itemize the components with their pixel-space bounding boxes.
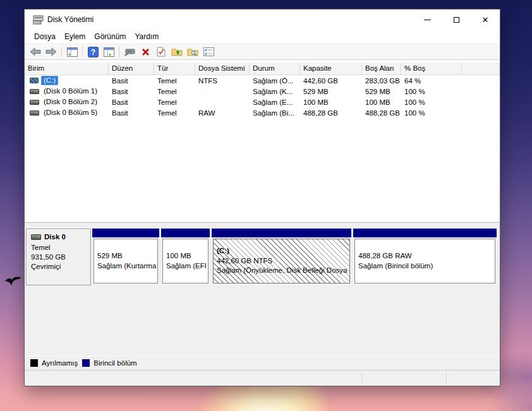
volume-bolum1-label[interactable]: (Disk 0 Bölüm 1) <box>42 87 99 95</box>
volume-bolum2-label[interactable]: (Disk 0 Bölüm 2) <box>42 98 99 106</box>
mark-partition-icon[interactable] <box>154 45 168 59</box>
partition-type-bar <box>92 229 159 237</box>
back-icon[interactable] <box>28 45 42 59</box>
help-icon[interactable]: ? <box>86 45 100 59</box>
volume-list: Birim Düzen Tür Dosya Sistemi Durum Kapa… <box>25 60 500 222</box>
column-header-filler <box>462 63 500 74</box>
disk-management-app-icon <box>33 15 44 25</box>
cell-kapasite: 442,60 GB <box>300 77 362 85</box>
cell-yuzde-bos: 100 % <box>401 109 462 117</box>
partition-type-bar <box>212 229 351 237</box>
cell-tur: Temel <box>154 77 195 85</box>
unallocated-label: Ayrılmamış <box>42 359 78 367</box>
cell-durum: Sağlam (E... <box>250 98 300 106</box>
desktop-background: Disk Yönetimi ✕ Dosya Eylem Görünüm Yard… <box>0 0 532 411</box>
cell-yuzde-bos: 100 % <box>401 88 462 95</box>
maximize-button[interactable] <box>442 9 471 30</box>
partition-size: 442,60 GB NTFS <box>217 256 346 266</box>
disk0-type: Temel <box>31 243 86 253</box>
status-bar-separator <box>362 373 363 383</box>
partition-type-bar <box>161 229 210 237</box>
delete-volume-icon[interactable] <box>138 45 152 59</box>
disk0-row: Disk 0 Temel 931,50 GB Çevrimiçi 529 MB … <box>26 229 497 285</box>
volume-c-icon <box>30 78 39 83</box>
rescan-disks-icon[interactable] <box>123 45 136 59</box>
close-icon: ✕ <box>482 16 489 24</box>
partition-label: (C:) <box>217 246 346 256</box>
legend-bar: Ayrılmamış Birincil bölüm <box>25 355 500 371</box>
partition-icon <box>30 110 39 116</box>
disk0-size: 931,50 GB <box>31 253 86 262</box>
cell-tur: Temel <box>154 88 195 95</box>
window-title: Disk Yönetimi <box>47 15 94 24</box>
toolbar-separator <box>119 46 119 57</box>
volume-row-bolum2[interactable]: (Disk 0 Bölüm 2) Basit Temel Sağlam (E..… <box>25 97 500 107</box>
primary-partition-swatch <box>82 359 90 367</box>
partition-c[interactable]: (C:) 442,60 GB NTFS Sağlam (Önyükleme, D… <box>212 229 351 285</box>
cell-duzen: Basit <box>109 88 154 95</box>
unallocated-swatch <box>30 359 38 367</box>
menu-dosya[interactable]: Dosya <box>30 30 60 43</box>
graphical-view: Disk 0 Temel 931,50 GB Çevrimiçi 529 MB … <box>25 225 500 355</box>
cell-tur: Temel <box>154 98 195 106</box>
partition-recovery[interactable]: 529 MB Sağlam (Kurtarma <box>92 229 159 285</box>
column-header-birim[interactable]: Birim <box>25 63 109 74</box>
properties-checklist-icon[interactable] <box>202 45 215 59</box>
show-console-tree-icon[interactable] <box>65 45 79 59</box>
open-folder-up-icon[interactable] <box>170 45 184 59</box>
legend-unallocated: Ayrılmamış <box>30 359 78 367</box>
cell-duzen: Basit <box>109 98 154 106</box>
column-header-tur[interactable]: Tür <box>154 63 195 74</box>
maximize-icon <box>454 17 459 23</box>
toolbar-separator <box>82 46 83 57</box>
menu-gorunum[interactable]: Görünüm <box>90 30 130 43</box>
cell-bos-alan: 283,03 GB <box>362 77 401 85</box>
partition-status: Sağlam (Kurtarma <box>97 261 154 271</box>
partition-icon <box>30 89 39 94</box>
minimize-icon <box>424 20 431 20</box>
cell-duzen: Basit <box>109 109 154 117</box>
forward-icon[interactable] <box>44 45 58 59</box>
column-header-dosya-sistemi[interactable]: Dosya Sistemi <box>195 63 250 74</box>
column-header-yuzde-bos[interactable]: % Boş <box>401 63 462 74</box>
column-header-kapasite[interactable]: Kapasite <box>300 63 362 74</box>
volume-row-bolum1[interactable]: (Disk 0 Bölüm 1) Basit Temel Sağlam (K..… <box>25 86 500 97</box>
status-bar <box>25 371 500 386</box>
cell-durum: Sağlam (Bi... <box>250 109 300 117</box>
title-bar[interactable]: Disk Yönetimi ✕ <box>25 9 500 30</box>
column-header-duzen[interactable]: Düzen <box>109 63 154 74</box>
partition-raw[interactable]: 488,28 GB RAW Sağlam (Birincil bölüm) <box>353 229 497 285</box>
disk0-name: Disk 0 <box>44 232 66 242</box>
partition-efi[interactable]: 100 MB Sağlam (EFI <box>161 229 210 285</box>
volume-row-bolum5[interactable]: (Disk 0 Bölüm 5) Basit Temel RAW Sağlam … <box>25 107 500 118</box>
menu-eylem[interactable]: Eylem <box>60 30 90 43</box>
close-button[interactable]: ✕ <box>471 9 500 30</box>
partition-size: 529 MB <box>97 251 154 261</box>
cell-kapasite: 488,28 GB <box>300 109 362 117</box>
disk-management-window: Disk Yönetimi ✕ Dosya Eylem Görünüm Yard… <box>24 9 500 386</box>
caption-buttons: ✕ <box>413 9 500 30</box>
partition-strip: 529 MB Sağlam (Kurtarma 100 MB Sağlam (E… <box>92 229 497 285</box>
partition-size: 100 MB <box>166 251 205 261</box>
cell-durum: Sağlam (Ö... <box>250 77 300 85</box>
column-header-durum[interactable]: Durum <box>250 63 300 74</box>
volume-c-label[interactable]: (C:) <box>41 76 58 85</box>
cell-fs: NTFS <box>195 77 250 85</box>
column-header-bos-alan[interactable]: Boş Alan <box>362 63 401 74</box>
status-bar-separator <box>446 373 447 383</box>
minimize-button[interactable] <box>413 9 442 30</box>
menu-yardim[interactable]: Yardım <box>130 30 163 43</box>
volume-bolum5-label[interactable]: (Disk 0 Bölüm 5) <box>42 109 99 117</box>
disk0-info-box[interactable]: Disk 0 Temel 931,50 GB Çevrimiçi <box>26 229 91 285</box>
cell-kapasite: 529 MB <box>300 88 362 95</box>
explore-folder-icon[interactable] <box>186 45 200 59</box>
show-action-pane-icon[interactable] <box>102 45 116 59</box>
toolbar-separator <box>61 46 62 57</box>
cell-yuzde-bos: 64 % <box>401 77 462 85</box>
cell-bos-alan: 529 MB <box>362 88 401 95</box>
cell-kapasite: 100 MB <box>300 98 362 106</box>
partition-size: 488,28 GB RAW <box>358 251 492 261</box>
partition-status: Sağlam (EFI <box>166 261 205 271</box>
volume-row-c[interactable]: (C:) Basit Temel NTFS Sağlam (Ö... 442,6… <box>25 75 500 86</box>
cell-durum: Sağlam (K... <box>250 88 300 95</box>
